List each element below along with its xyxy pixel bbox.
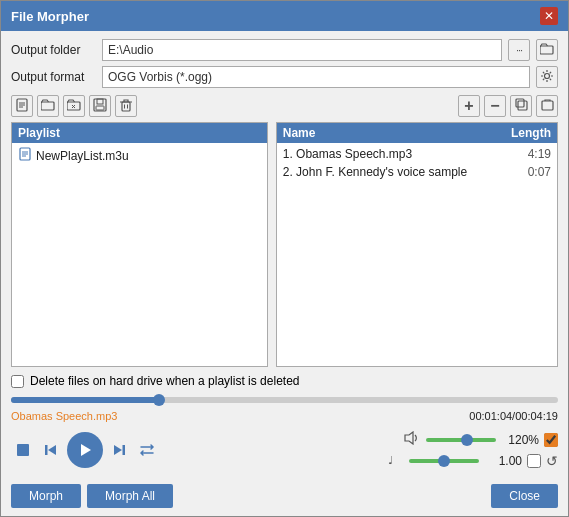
save-playlist-button[interactable] <box>89 95 111 117</box>
delete-playlist-button[interactable] <box>115 95 137 117</box>
output-format-label: Output format <box>11 70 96 84</box>
svg-marker-17 <box>114 445 122 455</box>
playlist-panel-header: Playlist <box>12 123 267 143</box>
open-playlist-button[interactable] <box>37 95 59 117</box>
close-playlist-button[interactable] <box>63 95 85 117</box>
volume-icon <box>403 431 421 448</box>
main-window: File Morpher ✕ Output folder ··· Output … <box>0 0 569 517</box>
prev-button[interactable] <box>39 438 63 462</box>
playlist-item-name: NewPlayList.m3u <box>36 149 129 163</box>
track-length-1: 4:19 <box>511 147 551 161</box>
open-folder-icon <box>540 42 554 58</box>
svg-rect-6 <box>97 99 103 104</box>
playlist-panel: Playlist NewPlayList.m3u <box>11 122 268 367</box>
pitch-lock-checkbox[interactable] <box>527 454 541 468</box>
player-controls <box>11 432 159 468</box>
morph-all-button[interactable]: Morph All <box>87 484 173 508</box>
svg-rect-10 <box>516 99 524 107</box>
svg-marker-14 <box>48 445 56 455</box>
svg-rect-15 <box>45 445 48 455</box>
svg-marker-19 <box>405 432 413 444</box>
list-item[interactable]: NewPlayList.m3u <box>12 145 267 166</box>
pitch-row: ♩ 1.00 ↺ <box>386 452 558 469</box>
play-button[interactable] <box>67 432 103 468</box>
window-title: File Morpher <box>11 9 89 24</box>
svg-rect-8 <box>122 102 130 111</box>
output-folder-label: Output folder <box>11 43 96 57</box>
table-row[interactable]: 2. John F. Kennedy's voice sample 0:07 <box>277 163 557 181</box>
playlist-toolbar <box>11 95 137 117</box>
delete-icon <box>119 98 133 115</box>
morph-button[interactable]: Morph <box>11 484 81 508</box>
pitch-icon: ♩ <box>386 452 404 469</box>
close-button[interactable]: Close <box>491 484 558 508</box>
seek-bar[interactable] <box>11 397 558 403</box>
stop-button[interactable] <box>11 438 35 462</box>
tracks-panel-body[interactable]: 1. Obamas Speech.mp3 4:19 2. John F. Ken… <box>277 143 557 366</box>
svg-rect-18 <box>123 445 126 455</box>
output-format-input[interactable] <box>102 66 530 88</box>
copy-icon <box>515 98 528 114</box>
svg-text:♩: ♩ <box>388 454 393 466</box>
open-folder-button[interactable] <box>536 39 558 61</box>
svg-rect-9 <box>518 101 527 110</box>
svg-rect-11 <box>542 101 553 110</box>
gear-icon <box>540 69 554 86</box>
output-format-row: Output format <box>11 66 558 88</box>
svg-rect-7 <box>96 106 104 110</box>
track-name-1: 1. Obamas Speech.mp3 <box>283 147 511 161</box>
tracks-name-header: Name <box>283 126 316 140</box>
svg-marker-16 <box>81 444 91 456</box>
output-folder-row: Output folder ··· <box>11 39 558 61</box>
add-track-button[interactable]: + <box>458 95 480 117</box>
delete-checkbox-label: Delete files on hard drive when a playli… <box>30 374 299 388</box>
svg-rect-3 <box>41 102 54 110</box>
tracks-panel: Name Length 1. Obamas Speech.mp3 4:19 2.… <box>276 122 558 367</box>
copy-track-button[interactable] <box>510 95 532 117</box>
tracks-length-header: Length <box>511 126 551 140</box>
sliders-section: 120% ♩ 1.00 ↺ <box>386 431 558 469</box>
track-name-2: 2. John F. Kennedy's voice sample <box>283 165 511 179</box>
pitch-reset-button[interactable]: ↺ <box>546 453 558 469</box>
output-folder-input[interactable] <box>102 39 502 61</box>
remove-track-button[interactable]: − <box>484 95 506 117</box>
current-track-name: Obamas Speech.mp3 <box>11 410 117 422</box>
pitch-value: 1.00 <box>484 454 522 468</box>
seek-thumb[interactable] <box>153 394 165 406</box>
track-info-row: Obamas Speech.mp3 00:01:04/00:04:19 <box>11 410 558 422</box>
time-display: 00:01:04/00:04:19 <box>469 410 558 422</box>
new-playlist-button[interactable] <box>11 95 33 117</box>
playlist-panel-body[interactable]: NewPlayList.m3u <box>12 143 267 366</box>
volume-value: 120% <box>501 433 539 447</box>
delete-on-playlist-delete-checkbox[interactable] <box>11 375 24 388</box>
repeat-button[interactable] <box>135 438 159 462</box>
svg-point-1 <box>545 73 550 78</box>
panels-container: Playlist NewPlayList.m3u Name Length <box>11 122 558 367</box>
paste-track-button[interactable] <box>536 95 558 117</box>
footer-left-buttons: Morph Morph All <box>11 484 173 508</box>
volume-lock-checkbox[interactable] <box>544 433 558 447</box>
title-bar: File Morpher ✕ <box>1 1 568 31</box>
progress-fill <box>11 397 159 403</box>
footer-row: Morph Morph All Close <box>11 480 558 508</box>
browse-icon: ··· <box>516 44 522 56</box>
tracks-panel-header: Name Length <box>277 123 557 143</box>
toolbar-row: + − <box>11 95 558 117</box>
track-length-2: 0:07 <box>511 165 551 179</box>
close-folder-icon <box>67 98 81 114</box>
save-icon <box>93 98 107 115</box>
svg-rect-0 <box>540 46 553 54</box>
volume-row: 120% <box>403 431 558 448</box>
volume-slider[interactable] <box>426 438 496 442</box>
main-content: Output folder ··· Output format <box>1 31 568 516</box>
format-settings-button[interactable] <box>536 66 558 88</box>
player-row: 120% ♩ 1.00 ↺ <box>11 431 558 469</box>
delete-checkbox-row: Delete files on hard drive when a playli… <box>11 374 558 388</box>
next-button[interactable] <box>107 438 131 462</box>
pitch-slider[interactable] <box>409 459 479 463</box>
window-close-button[interactable]: ✕ <box>540 7 558 25</box>
browse-button[interactable]: ··· <box>508 39 530 61</box>
table-row[interactable]: 1. Obamas Speech.mp3 4:19 <box>277 145 557 163</box>
paste-icon <box>541 98 554 114</box>
new-file-icon <box>15 98 29 115</box>
